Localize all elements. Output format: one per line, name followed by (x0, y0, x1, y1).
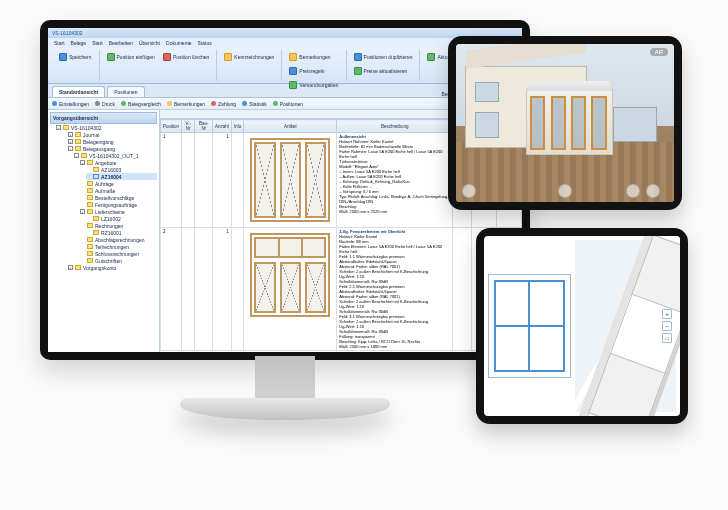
refresh-icon (427, 53, 435, 61)
tree-item[interactable]: +RZ16001 (86, 229, 157, 236)
tablet-cad-viewer: + – ⌂ (476, 228, 688, 424)
tree-item[interactable]: +AZ16003 (86, 166, 157, 173)
expand-icon[interactable]: - (74, 153, 79, 158)
tree-item-label: LZ16002 (101, 216, 121, 222)
cad-profile-view[interactable]: + – ⌂ (484, 236, 680, 416)
tree-item-label: Fertigungsaufträge (95, 202, 137, 208)
ar-capture-button[interactable] (558, 184, 572, 198)
plus-icon (107, 53, 115, 61)
column-header[interactable]: Info (231, 120, 244, 133)
tree-item-label: Gutschriften (95, 258, 122, 264)
tab-remarks[interactable]: Bemerkungen (167, 101, 205, 107)
tab-positions[interactable]: Positionen (273, 101, 303, 107)
remarks-button[interactable]: Bemerkungen (286, 51, 341, 63)
tree-item[interactable]: -Angebote (80, 159, 157, 166)
tree-item[interactable]: -Lieferscheine (80, 208, 157, 215)
menu-item[interactable]: Status (198, 40, 212, 46)
folder-icon (63, 125, 69, 130)
tab-print[interactable]: Druck (95, 101, 115, 107)
table-row[interactable]: 2 1 3-flg. Fensterelement mit OberlichtH… (161, 228, 522, 351)
tree-item[interactable]: +LZ16002 (86, 215, 157, 222)
menu-item[interactable]: Bearbeiten (109, 40, 133, 46)
tree-item[interactable]: +Rechnungen (80, 222, 157, 229)
expand-icon[interactable]: + (68, 265, 73, 270)
menu-item[interactable]: Start (92, 40, 103, 46)
ar-photo-view[interactable]: AR (456, 44, 674, 202)
tree-item[interactable]: -Belegausgang (68, 145, 157, 152)
refresh-prices-button[interactable]: Preise aktualisieren (351, 65, 416, 77)
tab-standard[interactable]: Standardansicht (52, 86, 105, 97)
folder-icon (75, 146, 81, 151)
duplicate-positions-button[interactable]: Positionen duplizieren (351, 51, 416, 63)
tree-item-label: Belegeingang (83, 139, 114, 145)
tree-item[interactable]: +Gutschriften (80, 257, 157, 264)
ar-badge[interactable]: AR (650, 48, 668, 56)
tree-item[interactable]: +Abschlagsrechnungen (80, 236, 157, 243)
column-header[interactable]: Beschreibung (337, 120, 453, 133)
tree-item[interactable]: +Journal (68, 131, 157, 138)
column-header[interactable]: Artikel (244, 120, 337, 133)
shipping-button[interactable]: Versandvorgaben (286, 79, 341, 91)
delete-position-button[interactable]: Position löschen (160, 51, 212, 63)
ar-settings-button[interactable] (646, 184, 660, 198)
tags-button[interactable]: Kennzeichnungen (221, 51, 277, 63)
tab-payment[interactable]: Zahlung (211, 101, 236, 107)
tree-item[interactable]: +Schlussrechnungen (80, 250, 157, 257)
save-button[interactable]: Speichern (56, 51, 95, 63)
tree-item[interactable]: +Vorgangskonto (68, 264, 157, 271)
expand-icon[interactable]: - (68, 146, 73, 151)
house-window (475, 112, 499, 138)
tab-settings[interactable]: Einstellungen (52, 101, 89, 107)
tree-item[interactable]: +AZ16004 (86, 173, 157, 180)
column-header[interactable]: Bau-Nr (195, 120, 213, 133)
menu-item[interactable]: Dokumente (166, 40, 192, 46)
window-titlebar: VS-16104302 (48, 28, 522, 38)
ribbon-group-bearbeiten: Bemerkungen Preisregeln Versandvorgaben (282, 50, 346, 81)
cad-elevation-thumbnail[interactable] (488, 274, 571, 377)
cell-count: 1 (213, 133, 232, 228)
tree-item[interactable]: +Fertigungsaufträge (80, 201, 157, 208)
zoom-in-button[interactable]: + (662, 309, 672, 319)
menu-item[interactable]: Belege (71, 40, 87, 46)
window-title: VS-16104302 (52, 30, 83, 36)
insert-position-button[interactable]: Position einfügen (104, 51, 158, 63)
ar-back-button[interactable] (462, 184, 476, 198)
folder-icon (81, 153, 87, 158)
folder-icon (93, 230, 99, 235)
tab-compare[interactable]: Belegvergleich (121, 101, 161, 107)
tree-root[interactable]: -VS-16104302 (56, 124, 157, 131)
menu-item[interactable]: Start (54, 40, 65, 46)
tree-item[interactable]: +Aufmaße (80, 187, 157, 194)
expand-icon[interactable]: + (68, 139, 73, 144)
list-icon (273, 101, 278, 106)
column-header[interactable]: Anzahl (213, 120, 232, 133)
tab-statistics[interactable]: Statistik (242, 101, 267, 107)
tab-positions[interactable]: Positionen (107, 86, 144, 97)
tree-item[interactable]: +Bestellvorschläge (80, 194, 157, 201)
tree-item[interactable]: +Teilrechnungen (80, 243, 157, 250)
expand-icon[interactable]: + (68, 132, 73, 137)
expand-icon[interactable]: - (80, 209, 85, 214)
neighbour-window (613, 107, 657, 142)
expand-icon[interactable]: - (56, 125, 61, 130)
column-header[interactable]: V.-Nr (182, 120, 195, 133)
glass-panel (551, 96, 566, 150)
tree-item[interactable]: +Belegeingang (68, 138, 157, 145)
cad-section-view[interactable]: + – ⌂ (575, 240, 676, 412)
chart-icon (242, 101, 247, 106)
expand-icon[interactable]: - (80, 160, 85, 165)
zoom-out-button[interactable]: – (662, 321, 672, 331)
price-rules-button[interactable]: Preisregeln (286, 65, 341, 77)
compare-icon (121, 101, 126, 106)
menu-item[interactable]: Übersicht (139, 40, 160, 46)
delete-icon (163, 53, 171, 61)
note-icon (167, 101, 172, 106)
ar-snapshot-button[interactable] (626, 184, 640, 198)
zoom-home-button[interactable]: ⌂ (662, 333, 672, 343)
tree-item[interactable]: +Aufträge (80, 180, 157, 187)
conservatory-model[interactable] (526, 88, 613, 154)
cell-description: AußenansichtHolzart Rahmen: Kiefer Kante… (337, 133, 453, 228)
tree-item[interactable]: -VS-16104302_OUT_1 (74, 152, 157, 159)
tree-item-label: Schlussrechnungen (95, 251, 139, 257)
column-header[interactable]: Position (161, 120, 182, 133)
